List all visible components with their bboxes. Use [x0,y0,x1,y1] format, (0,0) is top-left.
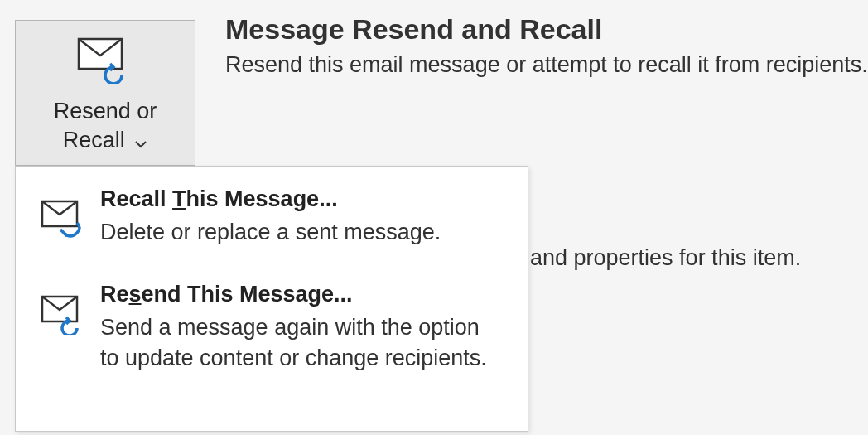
resend-this-message-item[interactable]: Resend This Message... Send a message ag… [16,257,528,383]
background-text-fragment: and properties for this item. [530,245,801,271]
main-area: Resend or Recall Message Resend and Reca… [0,0,868,40]
resend-recall-dropdown: Recall This Message... Delete or replace… [15,166,528,432]
section-subtitle: Resend this email message or attempt to … [225,52,868,78]
envelope-recall-icon [39,200,89,239]
section-title: Message Resend and Recall [225,13,868,46]
envelope-resend-menu-icon [39,295,89,335]
resend-recall-button[interactable]: Resend or Recall [15,20,195,166]
chevron-down-icon [134,127,147,156]
resend-item-desc: Send a message again with the option to … [100,312,487,373]
ribbon-button-label: Resend or Recall [54,97,157,157]
recall-item-title: Recall This Message... [100,186,441,212]
recall-this-message-item[interactable]: Recall This Message... Delete or replace… [16,167,528,257]
recall-item-desc: Delete or replace a sent message. [100,217,441,247]
heading-block: Message Resend and Recall Resend this em… [225,13,868,78]
envelope-resend-icon [77,37,133,87]
resend-item-title: Resend This Message... [100,282,487,307]
